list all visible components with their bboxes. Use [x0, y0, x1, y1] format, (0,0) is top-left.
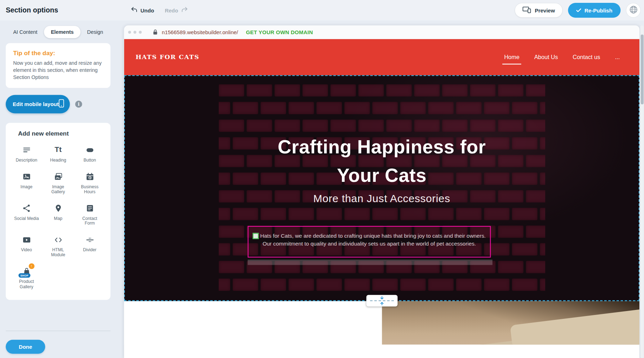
edit-mobile-layout-button[interactable]: Edit mobile layout: [6, 95, 70, 114]
site-preview: n1566589.websitebuilder.online/ GET YOUR…: [124, 26, 640, 358]
page-title: Section options: [6, 0, 58, 21]
tab-elements[interactable]: Elements: [44, 26, 80, 38]
workspace: n1566589.websitebuilder.online/ GET YOUR…: [116, 21, 644, 358]
shop-badge: SHOP: [18, 273, 30, 278]
app: Section options Undo Redo Preview: [0, 0, 644, 358]
nav-home[interactable]: Home: [504, 54, 519, 60]
done-button[interactable]: Done: [6, 340, 45, 354]
dashed-line: [370, 300, 394, 301]
get-domain-link[interactable]: GET YOUR OWN DOMAIN: [243, 28, 315, 36]
nav-more[interactable]: ...: [615, 54, 619, 60]
history-controls: Undo Redo: [131, 0, 188, 21]
arrow-down-icon: [379, 296, 384, 299]
topbar-actions: Preview Re-Publish: [514, 0, 640, 21]
lock-icon: [153, 29, 158, 35]
phone-icon: [59, 99, 64, 109]
image-icon: [22, 172, 31, 181]
add-element-panel: Add new element Description Tt Heading B…: [6, 123, 110, 300]
republish-label: Re-Publish: [585, 7, 612, 13]
divider-icon: [85, 235, 94, 245]
website-canvas: HATS FOR CATS Home About Us Contact us .…: [124, 39, 640, 345]
next-section-white-area: [124, 301, 382, 344]
devices-icon: [522, 6, 531, 14]
business-hours-icon: [85, 172, 94, 181]
element-item-button[interactable]: Button: [74, 145, 106, 162]
hero-heading[interactable]: Crafting Happiness for Your Cats: [125, 132, 639, 190]
browser-chrome: n1566589.websitebuilder.online/ GET YOUR…: [124, 26, 640, 39]
mobile-layout-row: Edit mobile layout i: [6, 95, 110, 114]
nav-contact-us[interactable]: Contact us: [573, 54, 600, 60]
hero-paragraph-text: Hats for Cats, we are dedicated to craft…: [260, 233, 486, 247]
undo-label: Undo: [141, 7, 154, 13]
site-header: HATS FOR CATS Home About Us Contact us .…: [124, 39, 640, 75]
tip-body: Now you can add, move and resize any ele…: [13, 60, 103, 81]
button-icon: [85, 145, 94, 155]
element-item-social-media[interactable]: Social Media: [11, 203, 42, 226]
window-dots-icon: [128, 31, 142, 33]
preview-scrollbar[interactable]: [640, 26, 644, 358]
video-icon: [22, 235, 31, 245]
edit-mobile-layout-label: Edit mobile layout: [13, 101, 59, 107]
element-item-video[interactable]: Video: [11, 235, 42, 258]
contact-form-icon: [85, 203, 94, 213]
product-gallery-icon: SHOP ↑: [22, 267, 31, 277]
element-item-product-gallery[interactable]: SHOP ↑ Product Gallery: [11, 267, 42, 289]
site-url: n1566589.websitebuilder.online/: [162, 29, 238, 35]
undo-button[interactable]: Undo: [131, 6, 154, 14]
redo-label: Redo: [165, 7, 178, 13]
social-media-icon: [22, 203, 31, 213]
globe-icon: [629, 5, 638, 15]
undo-icon: [131, 6, 138, 14]
tip-card: Tip of the day: Now you can add, move an…: [6, 43, 110, 88]
site-logo[interactable]: HATS FOR CATS: [136, 53, 199, 61]
redo-button[interactable]: Redo: [165, 6, 188, 14]
element-item-html-module[interactable]: HTML Module: [42, 235, 74, 258]
next-section[interactable]: [124, 301, 640, 344]
redo-icon: [181, 6, 188, 14]
element-item-heading[interactable]: Tt Heading: [42, 145, 74, 162]
republish-button[interactable]: Re-Publish: [568, 3, 621, 18]
tip-title: Tip of the day:: [13, 49, 103, 57]
scrollbar-thumb[interactable]: [640, 35, 643, 104]
check-icon: [576, 7, 581, 13]
section-resize-handle[interactable]: [366, 295, 397, 306]
hero-subheading[interactable]: More than Just Accessories: [125, 192, 639, 205]
element-item-map[interactable]: Map: [42, 203, 74, 226]
site-nav: Home About Us Contact us ...: [504, 54, 620, 60]
nav-about-us[interactable]: About Us: [534, 54, 558, 60]
paragraph-shadow-bar: [248, 260, 492, 265]
preview-label: Preview: [535, 7, 555, 13]
language-button[interactable]: [626, 3, 641, 18]
tab-ai-content[interactable]: AI Content: [11, 26, 40, 38]
info-icon[interactable]: i: [75, 101, 82, 108]
image-gallery-icon: [54, 172, 63, 181]
add-element-title: Add new element: [18, 130, 106, 137]
sidebar-tabs: AI Content Elements Design: [6, 26, 110, 38]
topbar: Section options Undo Redo Preview: [0, 0, 644, 21]
element-item-contact-form[interactable]: Contact Form: [74, 203, 106, 226]
premium-badge-icon: ↑: [28, 263, 34, 269]
arrow-up-icon: [379, 302, 384, 305]
sidebar: AI Content Elements Design Tip of the da…: [0, 21, 116, 358]
hero-section[interactable]: Crafting Happiness for Your Cats More th…: [124, 75, 640, 301]
preview-button[interactable]: Preview: [514, 3, 563, 18]
element-item-description[interactable]: Description: [11, 145, 42, 162]
html-module-icon: [54, 235, 63, 245]
element-grid: Description Tt Heading Button Image Imag…: [11, 145, 106, 289]
heading-icon: Tt: [55, 145, 62, 155]
element-item-divider[interactable]: Divider: [74, 235, 106, 258]
element-item-image-gallery[interactable]: Image Gallery: [42, 172, 74, 194]
selected-paragraph[interactable]: Hats for Cats, we are dedicated to craft…: [248, 226, 491, 258]
tab-design[interactable]: Design: [85, 26, 106, 38]
sidebar-divider: [6, 331, 110, 331]
element-item-business-hours[interactable]: Business Hours: [74, 172, 106, 194]
map-pin-icon: [54, 203, 63, 213]
element-item-image[interactable]: Image: [11, 172, 42, 194]
element-resize-handle-icon[interactable]: [253, 233, 259, 239]
next-section-photo: [382, 301, 640, 344]
description-icon: [22, 145, 31, 155]
